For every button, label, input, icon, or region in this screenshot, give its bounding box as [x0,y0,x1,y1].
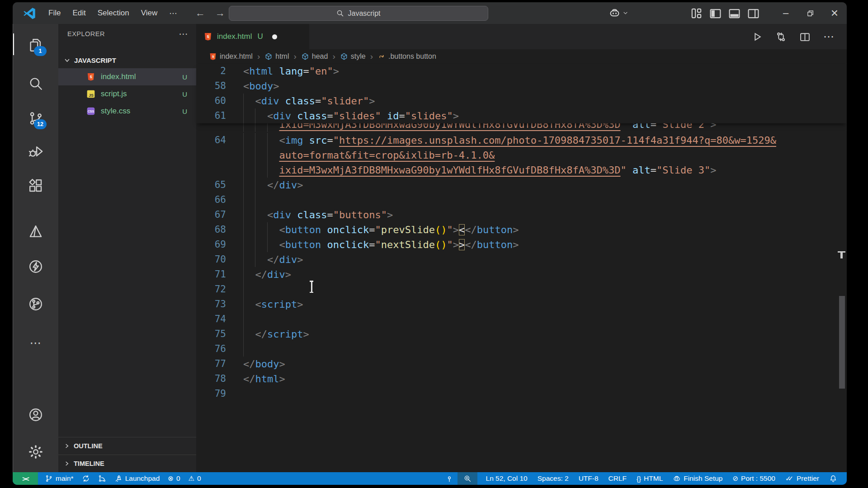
nav-back-icon[interactable]: ← [195,7,205,19]
explorer-more-actions-icon[interactable]: ⋯ [179,28,189,39]
vscode-window: FileEditSelectionView⋯ ← → Javascript [13,2,847,485]
status-item-0[interactable]: ⊗0 [164,474,184,483]
command-center-search[interactable]: Javascript [229,6,488,21]
split-editor-icon[interactable] [799,31,811,42]
status-item-sync[interactable] [78,474,94,483]
status-item-html[interactable]: {}HTML [632,474,668,483]
toggle-secondary-sidebar-icon[interactable] [747,7,760,20]
remote-indicator[interactable]: >< [13,472,38,485]
tab-index-html[interactable]: 5 index.html U [196,24,309,49]
panel-timeline[interactable]: TIMELINE [58,455,196,472]
run-button[interactable] [751,31,763,42]
account-icon[interactable] [24,403,47,427]
command-center-text: Javascript [348,9,380,18]
copilot-menu[interactable] [609,7,628,19]
extension-git-icon[interactable] [24,292,47,316]
menu-overflow-icon[interactable]: ⋯ [163,9,183,18]
code-line-77: 77</body> [196,357,847,371]
file-row-index.html[interactable]: 5 index.html U [58,68,196,85]
status-item-zoom[interactable] [458,472,477,485]
editor-more-actions-icon[interactable]: ⋯ [823,30,834,43]
menu-edit[interactable]: Edit [66,9,91,18]
status-item-main[interactable]: main* [41,474,78,483]
breadcrumb-separator: › [257,52,260,61]
code-line-79: 79 [196,386,847,401]
cube-icon [340,52,348,61]
symbol-icon [377,52,386,61]
status-item-launchpad[interactable]: Launchpad [110,474,164,483]
breadcrumb-separator: › [293,52,296,61]
svg-text:5: 5 [212,55,214,59]
code-line-58: 58<body> [196,79,847,94]
menu-selection[interactable]: Selection [92,9,135,18]
code-line-wrap: ixid=M3wxMjA3fDB8MHxwaG90by1wYWdlfHx8fGV… [196,123,847,132]
code-line-66: 66 [196,192,847,207]
chevron-down-icon [623,10,628,16]
bell-icon [829,474,837,483]
status-item-graph[interactable] [94,474,110,483]
breadcrumb-separator: › [332,52,335,61]
active-view-indicator [13,33,14,55]
sync-icon [82,474,90,483]
code-line-71: 71 </div> [196,267,847,282]
minimize-button[interactable]: – [774,2,798,24]
breadcrumb-html[interactable]: html [264,52,289,61]
status-item-crlf[interactable]: CRLF [604,474,632,483]
workspace-folder-javascript[interactable]: JAVASCRIPT [58,52,196,68]
close-button[interactable]: × [822,2,847,24]
search-icon[interactable] [24,72,47,95]
chevron-right-icon [64,443,70,449]
status-item-antenna[interactable] [441,474,458,483]
explorer-icon[interactable]: 1 [24,33,47,57]
run-and-debug-icon[interactable] [24,140,47,163]
toggle-panel-icon[interactable] [728,7,741,20]
status-item-prettier[interactable]: ✓✓Prettier [780,474,824,483]
extensions-icon[interactable] [24,174,47,197]
additional-views-icon[interactable]: ⋯ [24,331,47,355]
breadcrumb-head[interactable]: head [301,52,328,61]
status-item-utf-8[interactable]: UTF-8 [574,474,604,483]
clipped-code-line: ixid=M3wxMjA3fDB8MHxwaG90by1wYWdlfHx8fGV… [196,123,847,133]
svg-text:5: 5 [90,75,92,79]
restore-button[interactable] [798,2,822,24]
code-editor[interactable]: 2<html lang="en">58<body>60 <div class="… [196,64,847,472]
status-item-bell[interactable] [824,474,842,483]
tab-bar: 5 index.html U ⋯ [196,24,847,49]
breadcrumb-style[interactable]: style [340,52,366,61]
menu-view[interactable]: View [135,9,164,18]
unsaved-dot-icon[interactable] [272,34,277,39]
extension-thunder-client-icon[interactable] [24,255,47,278]
menu-file[interactable]: File [42,9,66,18]
text-cursor-pointer [308,281,315,293]
status-item-ln-52-col-10[interactable]: Ln 52, Col 10 [481,474,533,483]
status-item-spaces-2[interactable]: Spaces: 2 [533,474,574,483]
svg-text:CSS: CSS [88,110,94,113]
file-row-script.js[interactable]: JS script.js U [58,85,196,103]
status-item-finish-setup[interactable]: Finish Setup [668,474,727,483]
explorer-badge: 1 [34,46,47,56]
breadcrumb-index-html[interactable]: 5index.html [209,52,253,61]
code-line-74: 74 [196,312,847,327]
svg-text:5: 5 [207,34,209,39]
nav-forward-icon[interactable]: → [215,7,225,19]
overview-ruler-marker-stem [840,253,843,258]
restore-icon [807,9,814,17]
source-control-icon[interactable]: 12 [24,107,47,130]
file-row-style.css[interactable]: CSS style.css U [58,103,196,120]
blocked-icon: ⊘ [732,474,738,483]
breadcrumb-separator: › [370,52,373,61]
explorer-sidebar: EXPLORER ⋯ JAVASCRIPT 5 index.html UJS s… [58,24,196,472]
customize-layout-icon[interactable] [690,7,703,20]
panel-outline[interactable]: OUTLINE [58,437,196,455]
explorer-title: EXPLORER [67,30,105,38]
extension-prism-icon[interactable] [24,220,47,244]
toggle-primary-sidebar-icon[interactable] [709,7,722,20]
file-name: style.css [101,107,130,116]
status-item-port-5500[interactable]: ⊘Port : 5500 [727,474,780,483]
status-item-0[interactable]: ⚠0 [184,474,205,483]
file-name: script.js [101,89,127,99]
open-changes-icon[interactable] [775,31,787,42]
settings-gear-icon[interactable] [24,440,47,464]
breadcrumb--buttons-button[interactable]: .buttons button [377,52,436,61]
scrollbar-thumb[interactable] [839,296,845,389]
